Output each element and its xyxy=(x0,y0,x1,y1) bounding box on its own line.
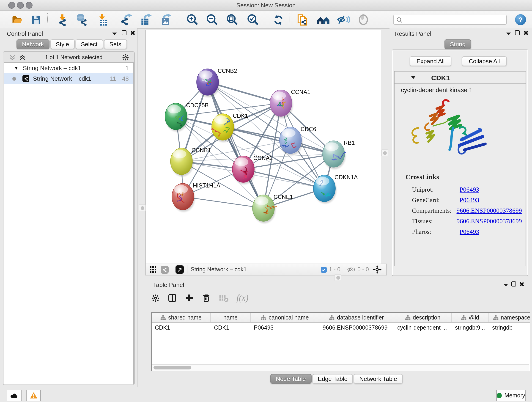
export-network-button[interactable] xyxy=(119,12,134,27)
selected-checkbox-icon[interactable] xyxy=(321,267,327,273)
import-table-button[interactable] xyxy=(94,12,110,27)
table-cell[interactable]: CDK1 xyxy=(211,323,251,333)
collapse-all-button[interactable]: Collapse All xyxy=(462,56,507,66)
table-panel-float-icon[interactable] xyxy=(511,281,516,287)
node-RB1[interactable] xyxy=(323,141,346,169)
warnings-button[interactable] xyxy=(26,390,41,401)
crosslink-value-link[interactable]: 9606.ENSP00000378699 xyxy=(457,207,522,214)
tab-network[interactable]: Network xyxy=(17,39,49,49)
expand-all-button[interactable]: Expand All xyxy=(410,56,452,66)
cdk1-section-header[interactable]: CDK1 xyxy=(394,71,526,84)
network-view-share-icon[interactable] xyxy=(161,266,169,274)
zoom-out-button[interactable] xyxy=(204,12,220,27)
node-CDC6[interactable] xyxy=(279,127,302,155)
node-CCNA2[interactable] xyxy=(232,156,255,184)
table-cell[interactable]: P06493 xyxy=(251,323,319,333)
tab-sets[interactable]: Sets xyxy=(104,39,127,49)
results-panel-float-icon[interactable] xyxy=(515,30,520,35)
cloud-status-button[interactable] xyxy=(7,390,22,401)
tab-string[interactable]: String xyxy=(444,39,471,49)
node-HIST1H1A[interactable] xyxy=(172,183,195,212)
cdk1-expander-icon[interactable] xyxy=(411,76,416,79)
table-horizontal-scrollbar[interactable] xyxy=(152,364,529,371)
zoom-fit-button[interactable] xyxy=(225,12,240,27)
function-builder-icon[interactable]: f(x) xyxy=(236,293,249,303)
import-network-database-button[interactable] xyxy=(73,12,89,27)
network-canvas[interactable]: CCNB2CCNA1CDC25BCDK1CDC6RB1CCNB1CCNA2CDK… xyxy=(145,30,381,264)
table-cell[interactable]: CDK1 xyxy=(152,323,211,333)
tab-node-table[interactable]: Node Table xyxy=(270,374,311,384)
hidden-eye-icon[interactable] xyxy=(347,266,355,273)
table-cell[interactable]: stringdb xyxy=(489,323,530,333)
crosslink-value-link[interactable]: P06493 xyxy=(460,228,479,235)
node-CCNA1[interactable] xyxy=(270,90,293,118)
network-row[interactable]: String Network – cdk1 11 48 xyxy=(4,73,133,84)
results-panel-close-icon[interactable]: ✖ xyxy=(523,31,529,35)
first-neighbors-button[interactable] xyxy=(316,12,331,27)
node-CCNB1[interactable] xyxy=(171,148,193,177)
delete-column-icon[interactable] xyxy=(202,293,211,303)
node-CCNB2[interactable] xyxy=(196,69,220,97)
export-image-button[interactable] xyxy=(158,12,174,27)
control-panel-menu-icon[interactable] xyxy=(112,32,117,35)
expand-all-networks-icon[interactable] xyxy=(19,54,26,60)
right-splitter-handle[interactable] xyxy=(381,149,388,156)
crosslink-value-link[interactable]: 9606.ENSP00000378699 xyxy=(457,217,522,225)
collapse-all-networks-icon[interactable] xyxy=(9,54,16,60)
column-header-shared-name[interactable]: shared name xyxy=(152,313,211,322)
scrollbar-thumb[interactable] xyxy=(153,366,191,370)
tab-network-table[interactable]: Network Table xyxy=(354,374,403,384)
delete-table-icon[interactable] xyxy=(219,293,229,303)
show-all-button[interactable] xyxy=(355,12,371,27)
node-CDK1[interactable] xyxy=(211,114,234,142)
refresh-view-button[interactable] xyxy=(270,12,286,27)
zoom-in-button[interactable] xyxy=(185,12,200,27)
help-button[interactable]: ? xyxy=(515,14,526,25)
grid-view-icon[interactable] xyxy=(149,266,157,273)
bottom-splitter-handle[interactable] xyxy=(335,274,341,281)
show-columns-icon[interactable] xyxy=(168,293,177,303)
export-table-button[interactable] xyxy=(138,12,153,27)
crosslink-value-link[interactable]: P06493 xyxy=(460,186,479,193)
node-table[interactable]: shared namenamecanonical namedatabase id… xyxy=(151,312,530,371)
control-panel-float-icon[interactable] xyxy=(122,30,127,35)
create-column-icon[interactable] xyxy=(185,293,194,303)
crosslink-value-link[interactable]: P06493 xyxy=(460,196,479,204)
network-graph[interactable]: CCNB2CCNA1CDC25BCDK1CDC6RB1CCNB1CCNA2CDK… xyxy=(146,30,381,264)
import-network-file-button[interactable] xyxy=(55,12,70,27)
tab-edge-table[interactable]: Edge Table xyxy=(312,374,353,384)
edge-HIST1H1A-CCNE1[interactable] xyxy=(183,197,264,208)
table-panel-close-icon[interactable]: ✖ xyxy=(519,282,525,287)
edge-CCNA2-CDKN1A[interactable] xyxy=(243,169,324,188)
zoom-selected-button[interactable] xyxy=(245,12,261,27)
results-panel-menu-icon[interactable] xyxy=(506,32,511,35)
table-options-gear-icon[interactable] xyxy=(151,294,160,302)
column-header-database-identifier[interactable]: database identifier xyxy=(319,313,394,322)
column-header-description[interactable]: description xyxy=(394,313,452,322)
collection-expander-icon[interactable]: ▼ xyxy=(14,66,18,70)
birdseye-view-icon[interactable] xyxy=(176,265,184,274)
open-session-button[interactable] xyxy=(9,12,25,27)
hide-selected-button[interactable] xyxy=(336,12,351,27)
tab-select[interactable]: Select xyxy=(75,39,103,49)
column-header-name[interactable]: name xyxy=(211,313,251,322)
table-cell[interactable]: stringdb:9... xyxy=(452,323,489,333)
network-collection-row[interactable]: ▼ String Network – cdk1 1 xyxy=(4,63,133,73)
column-header--id[interactable]: @id xyxy=(452,313,489,322)
table-panel-menu-icon[interactable] xyxy=(504,284,508,287)
control-panel-close-icon[interactable]: ✖ xyxy=(130,31,135,35)
column-header-canonical-name[interactable]: canonical name xyxy=(251,313,319,322)
column-header-namespace[interactable]: namespace xyxy=(489,313,530,322)
clone-network-button[interactable] xyxy=(295,12,311,27)
pan-crosshair-icon[interactable] xyxy=(373,265,382,274)
network-options-gear-icon[interactable] xyxy=(122,54,129,61)
table-cell[interactable]: cyclin-dependent ... xyxy=(394,323,452,333)
search-input[interactable] xyxy=(393,15,507,25)
memory-button[interactable]: Memory xyxy=(496,390,526,401)
left-splitter-handle[interactable] xyxy=(139,204,146,211)
node-CDKN1A[interactable] xyxy=(313,175,336,204)
tab-style[interactable]: Style xyxy=(50,39,75,49)
save-session-button[interactable] xyxy=(28,12,44,27)
table-cell[interactable]: 9606.ENSP00000378699 xyxy=(319,323,394,333)
table-row[interactable]: CDK1CDK1P064939606.ENSP00000378699cyclin… xyxy=(152,323,530,333)
